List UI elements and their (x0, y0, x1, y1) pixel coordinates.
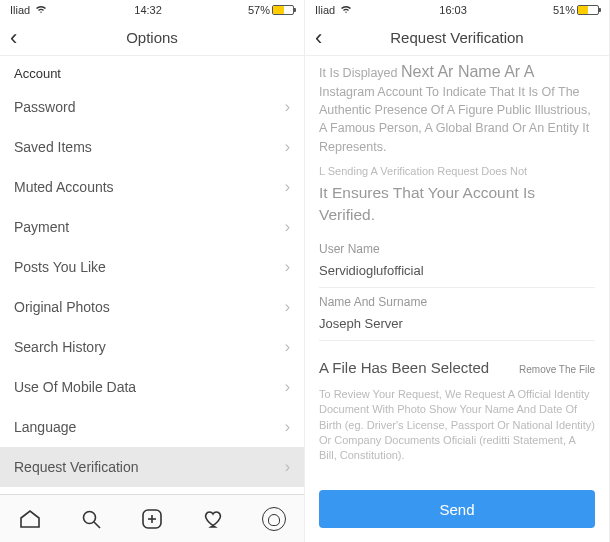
chevron-right-icon: › (285, 138, 290, 156)
status-bar: Iliad 16:03 51% (305, 0, 609, 20)
send-button[interactable]: Send (319, 490, 595, 528)
tab-profile[interactable] (261, 506, 287, 532)
carrier-label: Iliad (315, 4, 335, 16)
settings-list: Account Password › Saved Items › Muted A… (0, 56, 304, 494)
send-area: Send (305, 490, 609, 542)
tab-bar (0, 494, 304, 542)
clock: 14:32 (134, 4, 162, 16)
row-request-verification[interactable]: Request Verification › (0, 447, 304, 487)
chevron-right-icon: › (285, 418, 290, 436)
disclaimer-large: It Ensures That Your Account Is Verified… (319, 182, 595, 227)
chevron-right-icon: › (285, 378, 290, 396)
chevron-right-icon: › (285, 98, 290, 116)
chevron-right-icon: › (285, 458, 290, 476)
svg-line-1 (94, 522, 100, 528)
wifi-icon (339, 4, 353, 16)
row-search-history[interactable]: Search History › (0, 327, 304, 367)
wifi-icon (34, 4, 48, 16)
page-title: Options (0, 29, 304, 46)
verification-form: It Is Displayed Next Ar Name Ar A Instag… (305, 56, 609, 490)
chevron-right-icon: › (285, 298, 290, 316)
row-muted-accounts[interactable]: Muted Accounts › (0, 167, 304, 207)
username-field[interactable]: Servidioglufofficial (319, 258, 595, 288)
verification-screen: Iliad 16:03 51% ‹ Request Verification I… (305, 0, 610, 542)
file-status: A File Has Been Selected (319, 357, 489, 379)
username-label: User Name (319, 241, 595, 258)
row-payment[interactable]: Payment › (0, 207, 304, 247)
file-row: A File Has Been Selected Remove The File (319, 357, 595, 379)
svg-point-0 (84, 511, 96, 523)
status-bar: Iliad 14:32 57% (0, 0, 304, 20)
tab-add[interactable] (139, 506, 165, 532)
options-screen: Iliad 14:32 57% ‹ Options Account Passwo… (0, 0, 305, 542)
fullname-field[interactable]: Joseph Server (319, 311, 595, 341)
back-icon[interactable]: ‹ (315, 25, 339, 51)
nav-header: ‹ Options (0, 20, 304, 56)
tab-activity[interactable] (200, 506, 226, 532)
row-mobile-data[interactable]: Use Of Mobile Data › (0, 367, 304, 407)
row-saved-items[interactable]: Saved Items › (0, 127, 304, 167)
disclaimer-small: L Sending A Verification Request Does No… (319, 164, 595, 180)
document-note: To Review Your Request, We Request A Off… (319, 387, 595, 464)
row-language[interactable]: Language › (0, 407, 304, 447)
row-business-manager[interactable]: Impostazioni di Business Manager (0, 487, 304, 494)
tab-home[interactable] (17, 506, 43, 532)
intro-text: It Is Displayed Next Ar Name Ar A Instag… (319, 60, 595, 156)
clock: 16:03 (439, 4, 467, 16)
row-posts-you-like[interactable]: Posts You Like › (0, 247, 304, 287)
battery-indicator: 51% (553, 4, 599, 16)
nav-header: ‹ Request Verification (305, 20, 609, 56)
chevron-right-icon: › (285, 178, 290, 196)
remove-file-link[interactable]: Remove The File (519, 363, 595, 378)
battery-indicator: 57% (248, 4, 294, 16)
avatar-icon (262, 507, 286, 531)
row-original-photos[interactable]: Original Photos › (0, 287, 304, 327)
chevron-right-icon: › (285, 258, 290, 276)
fullname-label: Name And Surname (319, 294, 595, 311)
chevron-right-icon: › (285, 218, 290, 236)
carrier-label: Iliad (10, 4, 30, 16)
back-icon[interactable]: ‹ (10, 25, 34, 51)
tab-search[interactable] (78, 506, 104, 532)
page-title: Request Verification (305, 29, 609, 46)
section-label-account: Account (0, 56, 304, 87)
row-password[interactable]: Password › (0, 87, 304, 127)
chevron-right-icon: › (285, 338, 290, 356)
